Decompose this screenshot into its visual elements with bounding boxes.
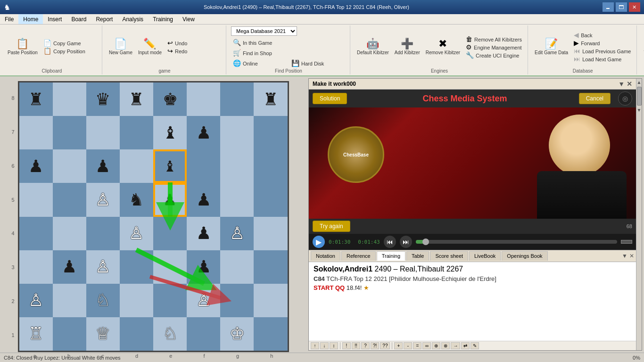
back-button[interactable]: ◀ Back [572,31,633,39]
square-a2[interactable]: ♙ [19,284,53,317]
ntool-blunder[interactable]: ?? [380,342,390,349]
ntool-minus[interactable]: - [404,342,412,349]
minimize-button[interactable]: 🗕 [603,2,614,12]
square-e3[interactable] [153,250,187,284]
square-h8[interactable]: ♜ [254,82,287,116]
square-d1[interactable] [120,317,153,351]
square-f6[interactable] [187,149,220,183]
menu-board[interactable]: Board [66,14,91,24]
panel-collapse-button[interactable]: ▼ [618,80,625,88]
square-b3[interactable]: ♟ [53,250,86,284]
ntool-arrow-right[interactable]: → [451,342,460,349]
database-selector[interactable]: Mega Database 2021 [231,26,297,36]
volume-icon[interactable] [621,240,632,244]
ntool-equal[interactable]: = [413,342,421,349]
forward-button[interactable]: ▶ Forward [572,39,633,47]
scroll-thumb[interactable] [637,87,642,106]
square-f4[interactable]: ♟ [187,217,220,250]
square-f2[interactable]: ♙ [187,284,220,317]
square-f5[interactable]: ♟ [187,183,220,216]
view-game-history-button[interactable]: 📜 View Game History [642,38,644,56]
square-c6[interactable]: ♟ [86,149,120,183]
square-b2[interactable] [53,284,86,317]
square-g5[interactable] [220,183,254,216]
square-a1[interactable]: ♖ [19,317,53,351]
square-c7[interactable] [86,116,120,149]
menu-file[interactable]: File [0,14,18,24]
menu-insert[interactable]: Insert [43,14,66,24]
find-in-shop-button[interactable]: 🛒 Find in Shop [231,49,288,57]
square-g6[interactable] [220,149,254,183]
square-e4[interactable] [153,217,187,250]
square-f1[interactable] [187,317,220,351]
ntool-brilliant[interactable]: !! [352,342,360,349]
square-h6[interactable] [254,149,287,183]
menu-analysis[interactable]: Analysis [117,14,148,24]
square-d8[interactable]: ♜ [120,82,153,116]
progress-bar[interactable] [416,240,617,244]
chess-board[interactable]: ♜ ♛ ♜ ♚ ♜ ♝ ♟ ♟ ♟ [18,81,289,352]
panel-close-button[interactable]: ✕ [627,80,632,88]
square-d6[interactable] [120,149,153,183]
tab-table[interactable]: Table [406,251,429,261]
remove-all-button[interactable]: 🗑 Remove All Kibitzers [464,35,524,43]
square-h7[interactable] [254,116,287,149]
square-g8[interactable] [220,82,254,116]
rewind-button[interactable]: ⏮ [384,236,396,248]
tab-score-sheet[interactable]: Score sheet [430,251,468,261]
square-c3[interactable]: ♙ [86,250,120,284]
square-a6[interactable]: ♟ [19,149,53,183]
new-game-button[interactable]: 📄 New Game [107,38,134,56]
square-e5[interactable]: ♟ [153,183,187,216]
tab-livebook[interactable]: LiveBook [469,251,501,261]
copy-position-button[interactable]: 📋 Copy Position [41,47,98,55]
square-h2[interactable] [254,284,287,317]
square-g2[interactable] [220,284,254,317]
square-h5[interactable] [254,183,287,216]
menu-view[interactable]: View [178,14,199,24]
tab-training[interactable]: Training [377,251,405,261]
square-e6[interactable]: ♝ [153,149,187,183]
default-kibitzer-button[interactable]: 🤖 Default Kibitzer [355,38,391,56]
ntool-plus[interactable]: + [394,342,403,349]
square-b8[interactable] [53,82,86,116]
ntool-up[interactable]: ↑ [311,342,319,349]
online-button[interactable]: 🌐 Online [231,59,288,67]
maximize-button[interactable]: 🗖 [616,2,627,12]
square-f8[interactable] [187,82,220,116]
menu-report[interactable]: Report [91,14,117,24]
scroll-up-button[interactable]: ▲ [636,79,643,86]
engine-management-button[interactable]: ⚙ Engine Management [464,43,524,51]
play-button[interactable]: ▶ [313,236,325,248]
progress-thumb[interactable] [422,239,429,245]
square-c8[interactable]: ♛ [86,82,120,116]
load-next-button[interactable]: ⏭ Load Next Game [572,55,633,63]
square-b4[interactable] [53,217,86,250]
redo-button[interactable]: ↪ Redo [165,47,222,55]
square-c2[interactable]: ♘ [86,284,120,317]
ntool-move-marker[interactable]: ! [342,342,351,349]
copy-game-button[interactable]: 📄 Copy Game [41,39,98,47]
try-again-button[interactable]: Try again [313,221,350,232]
square-f7[interactable]: ♟ [187,116,220,149]
square-d5[interactable]: ♞ [120,183,153,216]
ntool-down[interactable]: ↓ [320,342,329,349]
square-c5[interactable]: ♙ [86,183,120,216]
create-uci-button[interactable]: 🔧 Create UCI Engine [464,51,524,59]
undo-button[interactable]: ↩ Undo [165,39,222,47]
add-kibitzer-button[interactable]: ➕ Add Kibitzer [393,38,422,56]
notation-close-button[interactable]: ✕ [629,253,634,259]
square-h4[interactable] [254,217,287,250]
square-a3[interactable] [19,250,53,284]
square-a5[interactable] [19,183,53,216]
input-mode-button[interactable]: ✏️ Input mode [136,38,164,56]
solution-button[interactable]: Solution [313,93,347,104]
tab-openings-book[interactable]: Openings Book [502,251,547,261]
scroll-down-button[interactable]: ▼ [636,107,643,114]
square-e7[interactable]: ♝ [153,116,187,149]
square-h3[interactable] [254,250,287,284]
square-e1[interactable]: ♘ [153,317,187,351]
close-button[interactable]: ✕ [629,2,640,12]
square-g7[interactable] [220,116,254,149]
square-e8[interactable]: ♚ [153,82,187,116]
